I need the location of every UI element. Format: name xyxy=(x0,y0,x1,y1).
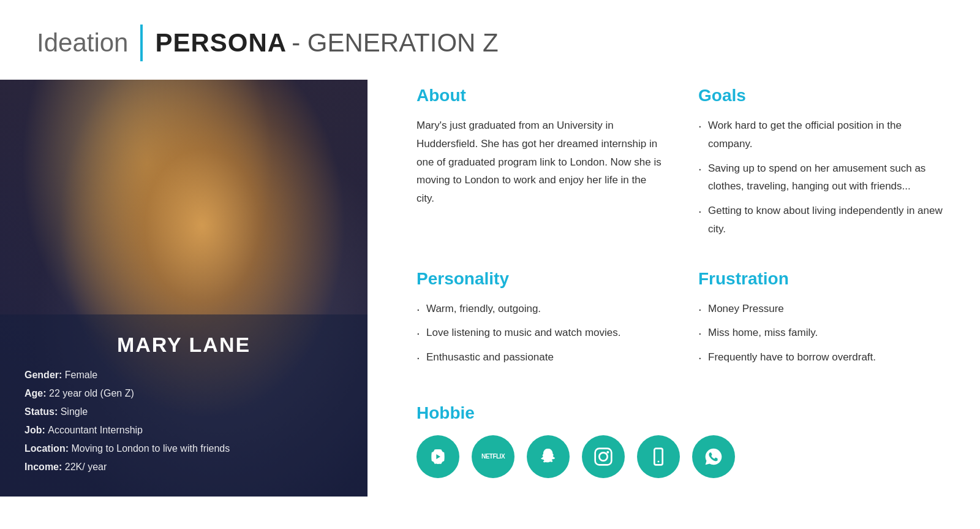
age-label: Age: xyxy=(24,388,49,398)
status-label: Status: xyxy=(24,406,61,417)
detail-age: Age: 22 year old (Gen Z) xyxy=(24,386,343,401)
status-value: Single xyxy=(61,406,88,417)
list-item: Saving up to spend on her amusement such… xyxy=(698,159,943,196)
about-section: About Mary's just graduated from an Univ… xyxy=(417,86,662,245)
personality-section: Personality Warm, friendly, outgoing. Lo… xyxy=(417,269,662,373)
youtube-svg xyxy=(428,447,448,466)
location-value: Moving to London to live with friends xyxy=(71,443,230,454)
goals-title: Goals xyxy=(698,86,943,105)
phone-icon[interactable] xyxy=(637,435,680,478)
list-item: Miss home, miss family. xyxy=(698,324,943,342)
list-item: Work hard to get the official position i… xyxy=(698,116,943,153)
job-value: Accountant Internship xyxy=(48,425,143,435)
header-title: PERSONA xyxy=(155,28,287,58)
svg-rect-0 xyxy=(595,448,612,465)
list-item: Money Pressure xyxy=(698,300,943,318)
snapchat-icon[interactable] xyxy=(527,435,570,478)
age-value: 22 year old (Gen Z) xyxy=(49,388,134,398)
header: Ideation PERSONA - GENERATION Z xyxy=(0,0,980,80)
goals-section: Goals Work hard to get the official posi… xyxy=(698,86,943,245)
hobbie-icons-container: NETFLIX xyxy=(417,435,943,478)
income-label: Income: xyxy=(24,462,65,472)
personality-list: Warm, friendly, outgoing. Love listening… xyxy=(417,300,662,367)
about-text: Mary's just graduated from an University… xyxy=(417,116,662,208)
frustration-title: Frustration xyxy=(698,269,943,289)
detail-gender: Gender: Female xyxy=(24,368,343,382)
list-item: Love listening to music and watch movies… xyxy=(417,324,662,342)
youtube-icon[interactable] xyxy=(417,435,459,478)
job-label: Job: xyxy=(24,425,48,435)
personality-title: Personality xyxy=(417,269,662,289)
svg-point-1 xyxy=(599,452,607,460)
income-value: 22K/ year xyxy=(65,462,107,472)
gender-label: Gender: xyxy=(24,370,65,380)
detail-location: Location: Moving to London to live with … xyxy=(24,441,343,456)
snapchat-svg xyxy=(538,447,558,466)
about-title: About xyxy=(417,86,662,105)
persona-info: MARY LANE Gender: Female Age: 22 year ol… xyxy=(0,314,368,497)
whatsapp-svg xyxy=(704,447,723,466)
gender-value: Female xyxy=(65,370,97,380)
frustration-section: Frustration Money Pressure Miss home, mi… xyxy=(698,269,943,373)
netflix-icon[interactable]: NETFLIX xyxy=(472,435,514,478)
detail-income: Income: 22K/ year xyxy=(24,460,343,474)
list-item: Enthusastic and passionate xyxy=(417,348,662,367)
persona-name: MARY LANE xyxy=(24,333,343,357)
detail-status: Status: Single xyxy=(24,405,343,419)
frustration-list: Money Pressure Miss home, miss family. F… xyxy=(698,300,943,367)
list-item: Getting to know about living independent… xyxy=(698,202,943,238)
header-divider xyxy=(140,25,143,61)
instagram-svg xyxy=(594,447,613,466)
hobbie-section: Hobbie NETFLIX xyxy=(417,403,943,478)
netflix-label: NETFLIX xyxy=(481,453,505,460)
hobbie-title: Hobbie xyxy=(417,403,943,423)
list-item: Warm, friendly, outgoing. xyxy=(417,300,662,318)
goals-list: Work hard to get the official position i… xyxy=(698,116,943,238)
header-subtitle: - GENERATION Z xyxy=(292,28,499,58)
instagram-icon[interactable] xyxy=(582,435,625,478)
main-content: MARY LANE Gender: Female Age: 22 year ol… xyxy=(0,80,980,529)
list-item: Frequently have to borrow overdraft. xyxy=(698,348,943,367)
right-content: About Mary's just graduated from an Univ… xyxy=(368,80,980,515)
location-label: Location: xyxy=(24,443,71,454)
svg-point-5 xyxy=(658,460,660,462)
detail-job: Job: Accountant Internship xyxy=(24,423,343,438)
phone-svg xyxy=(649,447,668,466)
svg-point-2 xyxy=(606,451,609,453)
whatsapp-icon[interactable] xyxy=(692,435,735,478)
persona-card: MARY LANE Gender: Female Age: 22 year ol… xyxy=(0,80,368,497)
ideation-label: Ideation xyxy=(37,28,128,58)
